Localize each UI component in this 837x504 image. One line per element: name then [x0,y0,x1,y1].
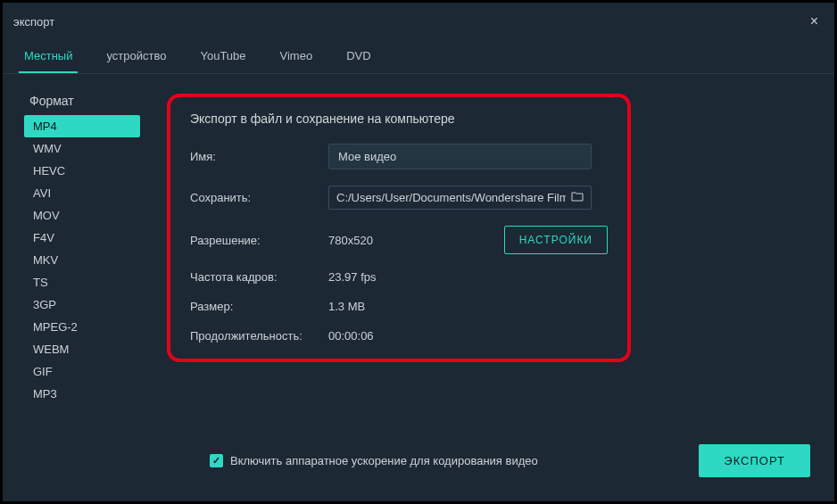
hw-accel-label: Включить аппаратное ускорение для кодиро… [230,454,538,467]
save-label: Сохранить: [190,191,328,204]
size-label: Размер: [190,300,328,313]
resolution-value: 780x520 [328,234,373,247]
sidebar-item-mp3[interactable]: MP3 [24,383,140,405]
titlebar: экспорт × [3,3,834,37]
resolution-label: Разрешение: [190,234,328,247]
sidebar-item-mkv[interactable]: MKV [24,249,140,271]
duration-label: Продолжительность: [190,329,328,343]
name-input[interactable] [328,144,592,169]
sidebar-item-f4v[interactable]: F4V [24,227,140,249]
tab-youtube[interactable]: YouTube [195,42,251,73]
panel-title: Экспорт в файл и сохранение на компьютер… [190,112,608,126]
footer: ✓ Включить аппаратное ускорение для коди… [210,444,810,477]
folder-icon[interactable] [571,191,584,204]
save-path-field[interactable]: C:/Users/User/Documents/Wondershare Film… [328,186,592,210]
hw-accel-checkbox[interactable]: ✓ Включить аппаратное ускорение для коди… [210,454,538,467]
sidebar-item-ts[interactable]: TS [24,271,140,293]
sidebar-item-gif[interactable]: GIF [24,360,140,383]
tab-local[interactable]: Местный [19,42,78,73]
export-button[interactable]: ЭКСПОРТ [699,444,810,477]
size-value: 1.3 MB [328,300,365,313]
fps-label: Частота кадров: [190,270,328,284]
tabs: Местный устройство YouTube Vimeo DVD [3,42,834,74]
duration-value: 00:00:06 [328,329,374,343]
tab-dvd[interactable]: DVD [341,42,376,73]
sidebar-item-mpeg2[interactable]: MPEG-2 [24,316,140,338]
tab-device[interactable]: устройство [101,42,171,73]
settings-button[interactable]: НАСТРОЙКИ [504,226,608,254]
tab-vimeo[interactable]: Vimeo [275,42,319,73]
export-panel: Экспорт в файл и сохранение на компьютер… [167,94,631,362]
save-path-text: C:/Users/User/Documents/Wondershare Film… [336,191,566,204]
sidebar-item-webm[interactable]: WEBM [24,338,140,360]
sidebar-item-3gp[interactable]: 3GP [24,293,140,316]
sidebar-item-mp4[interactable]: MP4 [24,115,140,137]
sidebar-item-wmv[interactable]: WMV [24,137,140,160]
sidebar-item-mov[interactable]: MOV [24,204,140,227]
sidebar: Формат MP4 WMV HEVC AVI MOV F4V MKV TS 3… [24,94,140,405]
checkbox-icon: ✓ [210,454,223,467]
sidebar-item-hevc[interactable]: HEVC [24,160,140,182]
sidebar-header: Формат [24,94,140,115]
fps-value: 23.97 fps [328,270,377,284]
window-title: экспорт [13,15,54,29]
close-icon[interactable]: × [805,12,824,31]
name-label: Имя: [190,150,328,163]
sidebar-item-avi[interactable]: AVI [24,182,140,204]
